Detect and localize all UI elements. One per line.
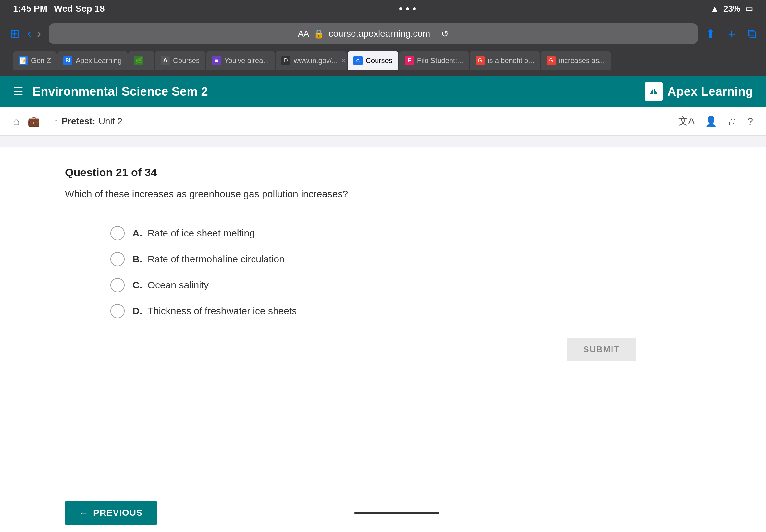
prev-arrow-icon: ← bbox=[79, 508, 89, 518]
tab-favicon-courses-active: C bbox=[353, 56, 362, 65]
tab-favicon-green: 🌿 bbox=[134, 56, 143, 65]
home-icon[interactable]: ⌂ bbox=[13, 115, 20, 127]
tab-label-filo: Filo Student:... bbox=[417, 56, 463, 65]
tabs-overview-icon[interactable]: ⧉ bbox=[748, 27, 756, 41]
question-text: Which of these increases as greenhouse g… bbox=[65, 187, 701, 201]
status-bar-right: ▲ 23% ▭ bbox=[711, 4, 753, 14]
wifi-icon: ▲ bbox=[711, 4, 719, 14]
tab-youve[interactable]: ≡ You've alrea... bbox=[206, 51, 275, 70]
previous-button[interactable]: ← PREVIOUS bbox=[65, 501, 157, 525]
app-header-left: ☰ Environmental Science Sem 2 bbox=[13, 85, 208, 99]
sidebar-toggle-button[interactable]: ⊞ bbox=[10, 27, 19, 41]
refresh-button[interactable]: ↺ bbox=[441, 29, 449, 39]
tab-label-youve: You've alrea... bbox=[224, 56, 269, 65]
sub-header: ⌂ 💼 ↑ Pretest: Unit 2 文A 👤 🖨 ? bbox=[0, 107, 766, 136]
tab-benefit[interactable]: G is a benefit o... bbox=[470, 51, 540, 70]
hamburger-menu-icon[interactable]: ☰ bbox=[13, 85, 23, 98]
course-title: Environmental Science Sem 2 bbox=[32, 85, 208, 99]
lock-icon: 🔒 bbox=[313, 29, 324, 39]
breadcrumb-unit: Unit 2 bbox=[99, 116, 122, 127]
tab-ingov[interactable]: D www.in.gov/... ✕ bbox=[275, 51, 347, 70]
question-divider bbox=[65, 213, 701, 213]
tab-apex[interactable]: BI Apex Learning bbox=[57, 51, 128, 70]
tab-filo[interactable]: F Filo Student:... bbox=[399, 51, 469, 70]
footer: ← PREVIOUS bbox=[0, 493, 766, 532]
tab-label-benefit: is a benefit o... bbox=[488, 56, 534, 65]
back-button[interactable]: ‹ bbox=[27, 27, 31, 41]
tab-close-ingov[interactable]: ✕ bbox=[341, 57, 346, 64]
answer-option-b[interactable]: B. Rate of thermohaline circulation bbox=[110, 252, 701, 266]
tab-label-courses-active: Courses bbox=[366, 56, 393, 65]
answer-option-d[interactable]: D. Thickness of freshwater ice sheets bbox=[110, 304, 701, 318]
font-size-button[interactable]: AA bbox=[298, 29, 309, 39]
tab-label-ingov: www.in.gov/... bbox=[294, 56, 338, 65]
tab-favicon-ingov: D bbox=[281, 56, 290, 65]
radio-d[interactable] bbox=[110, 304, 125, 318]
tab-favicon-youve: ≡ bbox=[212, 56, 221, 65]
tab-courses-active[interactable]: C Courses bbox=[347, 51, 398, 70]
dot2 bbox=[406, 7, 409, 10]
tab-genz[interactable]: 📝 Gen Z bbox=[13, 51, 57, 70]
address-bar[interactable]: AA 🔒 course.apexlearning.com ↺ bbox=[49, 23, 698, 44]
app-header: ☰ Environmental Science Sem 2 Apex Learn… bbox=[0, 76, 766, 107]
scroll-indicator bbox=[354, 512, 439, 514]
date-display: Wed Sep 18 bbox=[54, 4, 105, 14]
answer-label-a: A. Rate of ice sheet melting bbox=[132, 226, 255, 240]
tab-favicon-courses-a: A bbox=[161, 56, 170, 65]
question-number: Question 21 of 34 bbox=[65, 166, 701, 179]
main-content: Question 21 of 34 Which of these increas… bbox=[0, 147, 766, 493]
tab-favicon-filo: F bbox=[405, 56, 414, 65]
tab-favicon-genz: 📝 bbox=[19, 56, 28, 65]
tabs-bar: 📝 Gen Z BI Apex Learning 🌿 A Courses ≡ Y… bbox=[10, 49, 756, 72]
answer-option-c[interactable]: C. Ocean salinity bbox=[110, 278, 701, 292]
radio-c[interactable] bbox=[110, 278, 125, 292]
share-icon[interactable]: ⬆ bbox=[706, 27, 715, 41]
apex-logo-text: Apex Learning bbox=[667, 85, 753, 99]
tab-favicon-increases: G bbox=[547, 56, 556, 65]
question-container: Question 21 of 34 Which of these increas… bbox=[65, 166, 701, 361]
tab-green[interactable]: 🌿 bbox=[128, 51, 154, 70]
print-icon[interactable]: 🖨 bbox=[727, 116, 737, 127]
tab-label-apex: Apex Learning bbox=[76, 56, 122, 65]
radio-a[interactable] bbox=[110, 226, 125, 240]
answer-options: A. Rate of ice sheet melting B. Rate of … bbox=[65, 226, 701, 318]
url-display[interactable]: course.apexlearning.com bbox=[328, 29, 430, 39]
battery-display: 23% bbox=[723, 4, 740, 14]
browser-toolbar: ⊞ ‹ › AA 🔒 course.apexlearning.com ↺ ⬆ ＋… bbox=[10, 23, 756, 44]
tab-favicon-apex: BI bbox=[63, 56, 72, 65]
tab-increases[interactable]: G increases as... bbox=[541, 51, 611, 70]
answer-label-b: B. Rate of thermohaline circulation bbox=[132, 252, 285, 266]
answer-option-a[interactable]: A. Rate of ice sheet melting bbox=[110, 226, 701, 240]
breadcrumb-pretest-label: Pretest: bbox=[62, 116, 95, 127]
breadcrumb-up-icon: ↑ bbox=[54, 116, 58, 127]
dot3 bbox=[413, 7, 416, 10]
status-bar: 1:45 PM Wed Sep 18 ▲ 23% ▭ bbox=[0, 0, 766, 18]
tab-label-courses-a: Courses bbox=[173, 56, 200, 65]
tab-favicon-benefit: G bbox=[476, 56, 485, 65]
apex-logo: Apex Learning bbox=[645, 82, 753, 101]
dot1 bbox=[399, 7, 402, 10]
sub-header-right: 文A 👤 🖨 ? bbox=[678, 115, 753, 128]
status-bar-left: 1:45 PM Wed Sep 18 bbox=[13, 4, 104, 14]
submit-button[interactable]: SUBMIT bbox=[567, 338, 636, 361]
answer-label-d: D. Thickness of freshwater ice sheets bbox=[132, 304, 297, 318]
forward-button[interactable]: › bbox=[37, 27, 41, 41]
tab-courses-a[interactable]: A Courses bbox=[155, 51, 205, 70]
time-display: 1:45 PM bbox=[13, 4, 47, 14]
answer-label-c: C. Ocean salinity bbox=[132, 278, 209, 292]
translate-icon[interactable]: 文A bbox=[678, 115, 695, 128]
tab-label-increases: increases as... bbox=[559, 56, 605, 65]
breadcrumb: ↑ Pretest: Unit 2 bbox=[54, 116, 122, 127]
help-icon[interactable]: ? bbox=[748, 116, 753, 127]
status-bar-center bbox=[399, 7, 416, 10]
new-tab-icon[interactable]: ＋ bbox=[726, 26, 737, 42]
accessibility-icon[interactable]: 👤 bbox=[705, 115, 717, 127]
radio-b[interactable] bbox=[110, 252, 125, 266]
browser-nav-buttons: ‹ › bbox=[27, 27, 41, 41]
briefcase-icon[interactable]: 💼 bbox=[28, 115, 40, 127]
browser-chrome: ⊞ ‹ › AA 🔒 course.apexlearning.com ↺ ⬆ ＋… bbox=[0, 18, 766, 76]
browser-actions: ⬆ ＋ ⧉ bbox=[706, 26, 756, 42]
prev-btn-label: PREVIOUS bbox=[93, 508, 143, 518]
tab-label-genz: Gen Z bbox=[31, 56, 51, 65]
sub-header-left: ⌂ 💼 ↑ Pretest: Unit 2 bbox=[13, 115, 122, 127]
